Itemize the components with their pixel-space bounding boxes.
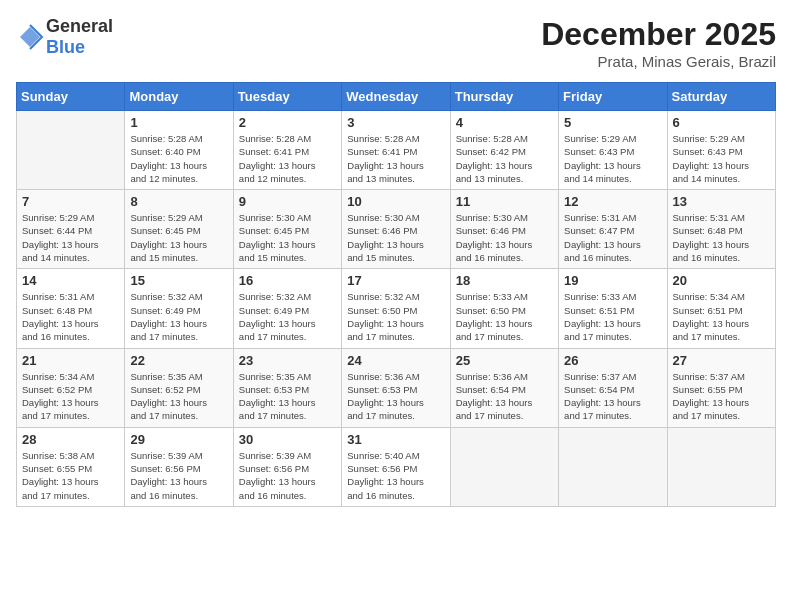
- day-info: Sunrise: 5:31 AM Sunset: 6:48 PM Dayligh…: [673, 211, 770, 264]
- calendar-week-row: 21Sunrise: 5:34 AM Sunset: 6:52 PM Dayli…: [17, 348, 776, 427]
- table-row: 21Sunrise: 5:34 AM Sunset: 6:52 PM Dayli…: [17, 348, 125, 427]
- header-sunday: Sunday: [17, 83, 125, 111]
- day-info: Sunrise: 5:32 AM Sunset: 6:49 PM Dayligh…: [239, 290, 336, 343]
- calendar-week-row: 14Sunrise: 5:31 AM Sunset: 6:48 PM Dayli…: [17, 269, 776, 348]
- day-info: Sunrise: 5:39 AM Sunset: 6:56 PM Dayligh…: [130, 449, 227, 502]
- calendar-table: Sunday Monday Tuesday Wednesday Thursday…: [16, 82, 776, 507]
- calendar-week-row: 28Sunrise: 5:38 AM Sunset: 6:55 PM Dayli…: [17, 427, 776, 506]
- day-number: 19: [564, 273, 661, 288]
- table-row: 4Sunrise: 5:28 AM Sunset: 6:42 PM Daylig…: [450, 111, 558, 190]
- header: General Blue December 2025 Prata, Minas …: [16, 16, 776, 70]
- table-row: 9Sunrise: 5:30 AM Sunset: 6:45 PM Daylig…: [233, 190, 341, 269]
- table-row: 7Sunrise: 5:29 AM Sunset: 6:44 PM Daylig…: [17, 190, 125, 269]
- table-row: 26Sunrise: 5:37 AM Sunset: 6:54 PM Dayli…: [559, 348, 667, 427]
- day-info: Sunrise: 5:29 AM Sunset: 6:43 PM Dayligh…: [673, 132, 770, 185]
- logo: General Blue: [16, 16, 113, 58]
- table-row: 3Sunrise: 5:28 AM Sunset: 6:41 PM Daylig…: [342, 111, 450, 190]
- day-info: Sunrise: 5:39 AM Sunset: 6:56 PM Dayligh…: [239, 449, 336, 502]
- day-number: 7: [22, 194, 119, 209]
- day-info: Sunrise: 5:34 AM Sunset: 6:52 PM Dayligh…: [22, 370, 119, 423]
- table-row: 17Sunrise: 5:32 AM Sunset: 6:50 PM Dayli…: [342, 269, 450, 348]
- day-number: 20: [673, 273, 770, 288]
- day-info: Sunrise: 5:30 AM Sunset: 6:46 PM Dayligh…: [347, 211, 444, 264]
- table-row: 11Sunrise: 5:30 AM Sunset: 6:46 PM Dayli…: [450, 190, 558, 269]
- day-info: Sunrise: 5:36 AM Sunset: 6:54 PM Dayligh…: [456, 370, 553, 423]
- table-row: [450, 427, 558, 506]
- table-row: 16Sunrise: 5:32 AM Sunset: 6:49 PM Dayli…: [233, 269, 341, 348]
- location-subtitle: Prata, Minas Gerais, Brazil: [541, 53, 776, 70]
- day-info: Sunrise: 5:40 AM Sunset: 6:56 PM Dayligh…: [347, 449, 444, 502]
- table-row: 31Sunrise: 5:40 AM Sunset: 6:56 PM Dayli…: [342, 427, 450, 506]
- day-number: 1: [130, 115, 227, 130]
- day-number: 31: [347, 432, 444, 447]
- day-number: 18: [456, 273, 553, 288]
- day-info: Sunrise: 5:35 AM Sunset: 6:52 PM Dayligh…: [130, 370, 227, 423]
- logo-icon: [16, 23, 44, 51]
- day-number: 11: [456, 194, 553, 209]
- table-row: 27Sunrise: 5:37 AM Sunset: 6:55 PM Dayli…: [667, 348, 775, 427]
- day-number: 9: [239, 194, 336, 209]
- day-number: 21: [22, 353, 119, 368]
- table-row: 5Sunrise: 5:29 AM Sunset: 6:43 PM Daylig…: [559, 111, 667, 190]
- day-number: 10: [347, 194, 444, 209]
- day-number: 14: [22, 273, 119, 288]
- day-number: 29: [130, 432, 227, 447]
- day-info: Sunrise: 5:30 AM Sunset: 6:45 PM Dayligh…: [239, 211, 336, 264]
- table-row: 30Sunrise: 5:39 AM Sunset: 6:56 PM Dayli…: [233, 427, 341, 506]
- day-info: Sunrise: 5:28 AM Sunset: 6:42 PM Dayligh…: [456, 132, 553, 185]
- day-number: 17: [347, 273, 444, 288]
- day-number: 13: [673, 194, 770, 209]
- day-number: 24: [347, 353, 444, 368]
- calendar-week-row: 1Sunrise: 5:28 AM Sunset: 6:40 PM Daylig…: [17, 111, 776, 190]
- table-row: 24Sunrise: 5:36 AM Sunset: 6:53 PM Dayli…: [342, 348, 450, 427]
- day-info: Sunrise: 5:32 AM Sunset: 6:49 PM Dayligh…: [130, 290, 227, 343]
- day-number: 4: [456, 115, 553, 130]
- day-info: Sunrise: 5:29 AM Sunset: 6:43 PM Dayligh…: [564, 132, 661, 185]
- table-row: 2Sunrise: 5:28 AM Sunset: 6:41 PM Daylig…: [233, 111, 341, 190]
- table-row: 15Sunrise: 5:32 AM Sunset: 6:49 PM Dayli…: [125, 269, 233, 348]
- day-number: 25: [456, 353, 553, 368]
- logo-text-blue: Blue: [46, 37, 85, 57]
- day-info: Sunrise: 5:35 AM Sunset: 6:53 PM Dayligh…: [239, 370, 336, 423]
- table-row: 22Sunrise: 5:35 AM Sunset: 6:52 PM Dayli…: [125, 348, 233, 427]
- table-row: 25Sunrise: 5:36 AM Sunset: 6:54 PM Dayli…: [450, 348, 558, 427]
- day-number: 8: [130, 194, 227, 209]
- table-row: [559, 427, 667, 506]
- month-year-title: December 2025: [541, 16, 776, 53]
- day-number: 12: [564, 194, 661, 209]
- header-thursday: Thursday: [450, 83, 558, 111]
- day-number: 27: [673, 353, 770, 368]
- day-info: Sunrise: 5:32 AM Sunset: 6:50 PM Dayligh…: [347, 290, 444, 343]
- day-number: 3: [347, 115, 444, 130]
- table-row: 19Sunrise: 5:33 AM Sunset: 6:51 PM Dayli…: [559, 269, 667, 348]
- day-info: Sunrise: 5:37 AM Sunset: 6:54 PM Dayligh…: [564, 370, 661, 423]
- day-number: 6: [673, 115, 770, 130]
- table-row: 10Sunrise: 5:30 AM Sunset: 6:46 PM Dayli…: [342, 190, 450, 269]
- day-info: Sunrise: 5:38 AM Sunset: 6:55 PM Dayligh…: [22, 449, 119, 502]
- day-info: Sunrise: 5:28 AM Sunset: 6:41 PM Dayligh…: [239, 132, 336, 185]
- title-block: December 2025 Prata, Minas Gerais, Brazi…: [541, 16, 776, 70]
- header-friday: Friday: [559, 83, 667, 111]
- day-info: Sunrise: 5:29 AM Sunset: 6:45 PM Dayligh…: [130, 211, 227, 264]
- day-number: 15: [130, 273, 227, 288]
- header-tuesday: Tuesday: [233, 83, 341, 111]
- header-wednesday: Wednesday: [342, 83, 450, 111]
- calendar-week-row: 7Sunrise: 5:29 AM Sunset: 6:44 PM Daylig…: [17, 190, 776, 269]
- weekday-header-row: Sunday Monday Tuesday Wednesday Thursday…: [17, 83, 776, 111]
- day-number: 28: [22, 432, 119, 447]
- table-row: 12Sunrise: 5:31 AM Sunset: 6:47 PM Dayli…: [559, 190, 667, 269]
- table-row: 18Sunrise: 5:33 AM Sunset: 6:50 PM Dayli…: [450, 269, 558, 348]
- table-row: 13Sunrise: 5:31 AM Sunset: 6:48 PM Dayli…: [667, 190, 775, 269]
- table-row: 6Sunrise: 5:29 AM Sunset: 6:43 PM Daylig…: [667, 111, 775, 190]
- day-number: 26: [564, 353, 661, 368]
- day-info: Sunrise: 5:34 AM Sunset: 6:51 PM Dayligh…: [673, 290, 770, 343]
- day-number: 30: [239, 432, 336, 447]
- logo-text-general: General: [46, 16, 113, 36]
- table-row: 29Sunrise: 5:39 AM Sunset: 6:56 PM Dayli…: [125, 427, 233, 506]
- day-info: Sunrise: 5:28 AM Sunset: 6:41 PM Dayligh…: [347, 132, 444, 185]
- table-row: 1Sunrise: 5:28 AM Sunset: 6:40 PM Daylig…: [125, 111, 233, 190]
- day-info: Sunrise: 5:31 AM Sunset: 6:48 PM Dayligh…: [22, 290, 119, 343]
- day-info: Sunrise: 5:33 AM Sunset: 6:51 PM Dayligh…: [564, 290, 661, 343]
- table-row: 28Sunrise: 5:38 AM Sunset: 6:55 PM Dayli…: [17, 427, 125, 506]
- day-info: Sunrise: 5:37 AM Sunset: 6:55 PM Dayligh…: [673, 370, 770, 423]
